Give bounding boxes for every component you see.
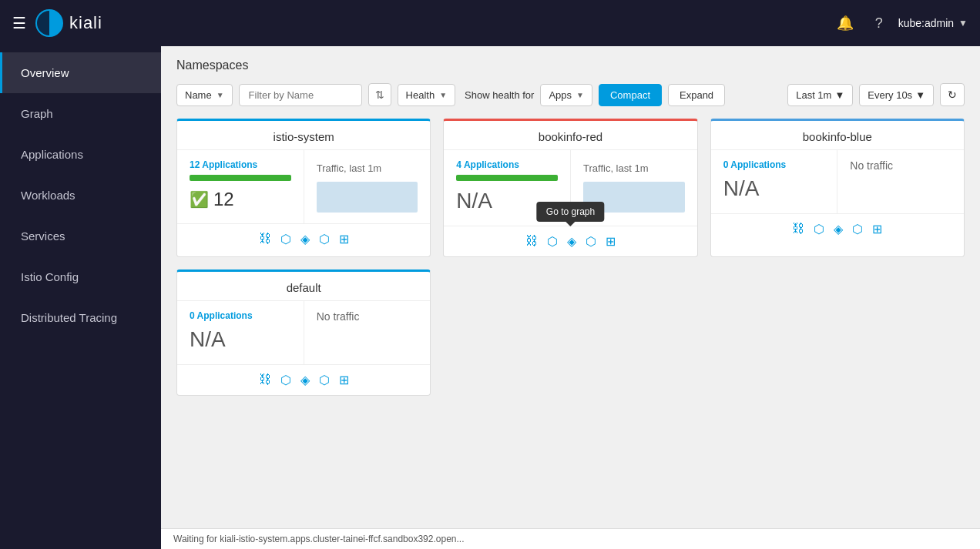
notification-icon[interactable]: 🔔 — [837, 15, 854, 32]
workloads-icon-bookinfo-blue[interactable]: ◈ — [834, 222, 843, 236]
help-icon[interactable]: ? — [875, 15, 883, 32]
sort-button[interactable]: ⇅ — [368, 83, 391, 106]
every-10s-dropdown[interactable]: Every 10s ▼ — [859, 84, 934, 106]
filter-input[interactable] — [239, 84, 362, 106]
name-dropdown-label: Name — [185, 89, 212, 101]
stat-bookinfo-red: N/A — [456, 189, 492, 213]
services-icon-bookinfo-blue[interactable]: ⬡ — [852, 222, 863, 236]
namespace-name-bookinfo-red: bookinfo-red — [444, 121, 696, 150]
sidebar: Overview Graph Applications Workloads Se… — [0, 46, 161, 549]
services-icon-istio-system[interactable]: ⬡ — [319, 232, 330, 246]
istio-icon-bookinfo-red[interactable]: ⊞ — [606, 234, 616, 249]
every-10s-chevron-icon: ▼ — [915, 89, 925, 101]
workloads-icon-bookinfo-red[interactable]: ◈ — [567, 234, 576, 249]
user-menu[interactable]: kube:admin ▼ — [898, 17, 968, 29]
status-bar: Waiting for kiali-istio-system.apps.clus… — [161, 528, 980, 549]
apps-icon-istio-system[interactable]: ⬡ — [280, 232, 291, 246]
namespace-name-bookinfo-blue: bookinfo-blue — [711, 121, 964, 150]
health-dropdown[interactable]: Health ▼ — [398, 84, 455, 106]
stat-istio-system: ✅ 12 — [190, 189, 234, 210]
user-chevron-icon: ▼ — [958, 18, 968, 28]
istio-icon-bookinfo-blue[interactable]: ⊞ — [872, 222, 882, 236]
graph-icon-bookinfo-red[interactable]: ⛓ — [525, 234, 538, 249]
istio-icon-istio-system[interactable]: ⊞ — [339, 232, 349, 246]
topnav: ☰ kiali 🔔 ? kube:admin ▼ — [0, 0, 980, 46]
health-icon-istio-system: ✅ — [190, 190, 209, 209]
istio-icon-default[interactable]: ⊞ — [339, 373, 349, 387]
refresh-button[interactable]: ↻ — [940, 83, 965, 106]
last-1m-dropdown[interactable]: Last 1m ▼ — [787, 84, 853, 106]
namespace-name-istio-system: istio-system — [177, 121, 430, 150]
stat-na-bookinfo-blue: N/A — [723, 176, 760, 201]
kiali-logo-text: kiali — [69, 13, 102, 33]
name-chevron-icon: ▼ — [216, 91, 224, 99]
sidebar-item-overview[interactable]: Overview — [0, 52, 161, 93]
app-count-label-bookinfo-blue[interactable]: 0 Applications — [723, 159, 787, 170]
namespace-grid: istio-system 12 Applications ✅ 12 — [176, 119, 965, 396]
services-icon-default[interactable]: ⬡ — [319, 373, 330, 387]
graph-icon-bookinfo-blue[interactable]: ⛓ — [792, 222, 804, 236]
compact-button[interactable]: Compact — [599, 84, 662, 106]
traffic-chart-istio-system — [317, 182, 418, 213]
stat-bookinfo-blue: N/A — [723, 176, 760, 201]
stat-value-istio-system: 12 — [213, 189, 234, 210]
toolbar: Name ▼ ⇅ Health ▼ Show health for Apps ▼… — [176, 83, 965, 106]
sidebar-item-istio-config[interactable]: Istio Config — [0, 256, 161, 297]
every-10s-label: Every 10s — [868, 89, 912, 101]
workloads-icon-default[interactable]: ◈ — [300, 373, 310, 387]
app-count-label-istio-system[interactable]: 12 Applications — [190, 159, 257, 170]
graph-icon-default[interactable]: ⛓ — [259, 373, 271, 387]
services-icon-bookinfo-red[interactable]: ⬡ — [586, 234, 596, 249]
apps-icon-default[interactable]: ⬡ — [280, 373, 291, 387]
main-content: Namespaces Name ▼ ⇅ Health ▼ Show health… — [161, 46, 980, 549]
hamburger-menu[interactable]: ☰ — [12, 14, 26, 32]
apps-icon-bookinfo-blue[interactable]: ⬡ — [814, 222, 824, 236]
traffic-label-bookinfo-red: Traffic, last 1m — [583, 162, 649, 174]
apps-dropdown-label: Apps — [549, 89, 572, 101]
apps-chevron-icon: ▼ — [576, 91, 584, 99]
stat-default: N/A — [190, 327, 226, 352]
card-footer-default: ⛓ ⬡ ◈ ⬡ ⊞ — [177, 364, 430, 395]
apps-dropdown[interactable]: Apps ▼ — [540, 84, 592, 106]
user-label: kube:admin — [898, 17, 954, 29]
apps-icon-bookinfo-red[interactable]: ⬡ — [547, 234, 558, 249]
traffic-chart-bookinfo-red — [583, 182, 685, 213]
sidebar-item-distributed-tracing[interactable]: Distributed Tracing — [0, 297, 161, 338]
health-dropdown-label: Health — [406, 89, 435, 101]
sidebar-item-applications[interactable]: Applications — [0, 134, 161, 175]
namespace-card-bookinfo-blue: bookinfo-blue 0 Applications N/A No traf… — [710, 119, 965, 257]
card-footer-bookinfo-red: ⛓ ⬡ ◈ ⬡ ⊞ — [444, 226, 696, 256]
no-traffic-label-bookinfo-blue: No traffic — [850, 159, 893, 172]
last-1m-chevron-icon: ▼ — [834, 89, 844, 101]
traffic-label-istio-system: Traffic, last 1m — [317, 162, 382, 174]
stat-na-bookinfo-red: N/A — [456, 189, 492, 213]
namespace-card-default: default 0 Applications N/A No traffic — [176, 269, 431, 396]
namespace-card-istio-system: istio-system 12 Applications ✅ 12 — [176, 119, 431, 257]
no-traffic-label-default: No traffic — [317, 310, 360, 323]
show-health-label: Show health for — [465, 89, 534, 101]
expand-button[interactable]: Expand — [668, 84, 725, 106]
logo: kiali — [35, 9, 102, 37]
sidebar-item-workloads[interactable]: Workloads — [0, 175, 161, 216]
sidebar-item-graph[interactable]: Graph — [0, 93, 161, 134]
progress-bar-istio-system — [190, 175, 291, 181]
graph-icon-istio-system[interactable]: ⛓ — [259, 232, 271, 246]
kiali-logo-icon — [35, 9, 63, 37]
name-dropdown[interactable]: Name ▼ — [176, 84, 233, 106]
card-footer-istio-system: ⛓ ⬡ ◈ ⬡ ⊞ — [177, 223, 430, 254]
page-title: Namespaces — [176, 59, 965, 72]
health-chevron-icon: ▼ — [439, 91, 447, 99]
app-count-label-default[interactable]: 0 Applications — [190, 310, 253, 321]
last-1m-label: Last 1m — [796, 89, 831, 101]
status-text: Waiting for kiali-istio-system.apps.clus… — [173, 534, 465, 544]
sidebar-item-services[interactable]: Services — [0, 216, 161, 256]
card-footer-bookinfo-blue: ⛓ ⬡ ◈ ⬡ ⊞ — [711, 213, 964, 244]
namespace-name-default: default — [177, 272, 430, 301]
workloads-icon-istio-system[interactable]: ◈ — [300, 232, 310, 246]
progress-bar-bookinfo-red — [456, 175, 558, 181]
app-count-label-bookinfo-red[interactable]: 4 Applications — [456, 159, 519, 170]
stat-na-default: N/A — [190, 327, 226, 352]
namespace-card-bookinfo-red: bookinfo-red 4 Applications N/A Go to gr — [443, 119, 697, 257]
